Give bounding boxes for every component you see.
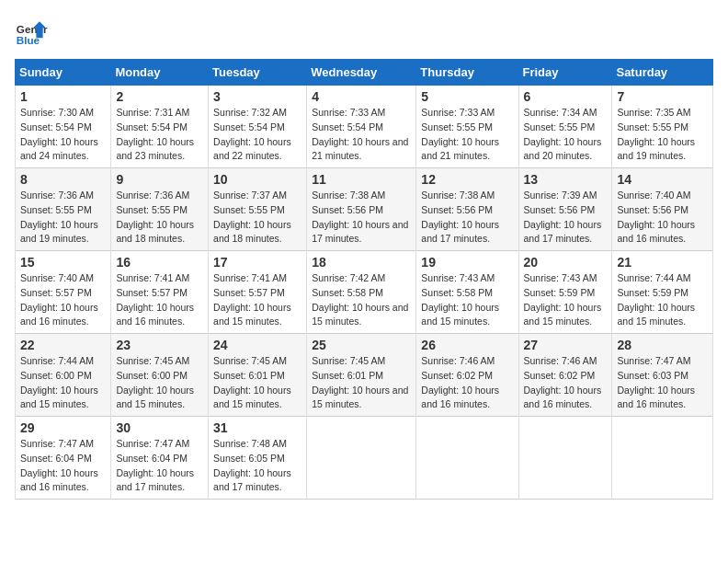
day-detail: Sunrise: 7:45 AMSunset: 6:01 PMDaylight:…: [213, 355, 291, 409]
day-detail: Sunrise: 7:33 AMSunset: 5:54 PMDaylight:…: [312, 107, 408, 161]
calendar-cell: 27 Sunrise: 7:46 AMSunset: 6:02 PMDaylig…: [518, 334, 612, 417]
day-detail: Sunrise: 7:36 AMSunset: 5:55 PMDaylight:…: [20, 190, 98, 244]
calendar-week-row: 15 Sunrise: 7:40 AMSunset: 5:57 PMDaylig…: [16, 251, 713, 334]
calendar-cell: 12 Sunrise: 7:38 AMSunset: 5:56 PMDaylig…: [416, 168, 518, 251]
day-detail: Sunrise: 7:46 AMSunset: 6:02 PMDaylight:…: [421, 355, 499, 409]
calendar-cell: 7 Sunrise: 7:35 AMSunset: 5:55 PMDayligh…: [612, 86, 713, 168]
day-number: 26: [421, 338, 513, 352]
calendar-cell: 21 Sunrise: 7:44 AMSunset: 5:59 PMDaylig…: [612, 251, 713, 334]
column-header-friday: Friday: [518, 60, 612, 86]
calendar-cell: 5 Sunrise: 7:33 AMSunset: 5:55 PMDayligh…: [416, 86, 518, 168]
day-number: 2: [116, 89, 203, 104]
day-number: 23: [116, 338, 203, 352]
day-detail: Sunrise: 7:33 AMSunset: 5:55 PMDaylight:…: [421, 107, 499, 161]
calendar-cell: 17 Sunrise: 7:41 AMSunset: 5:57 PMDaylig…: [209, 251, 307, 334]
calendar-week-row: 1 Sunrise: 7:30 AMSunset: 5:54 PMDayligh…: [16, 86, 713, 168]
day-detail: Sunrise: 7:46 AMSunset: 6:02 PMDaylight:…: [524, 355, 602, 409]
day-detail: Sunrise: 7:47 AMSunset: 6:04 PMDaylight:…: [20, 438, 98, 492]
day-number: 25: [312, 338, 411, 352]
day-number: 31: [213, 420, 301, 435]
day-detail: Sunrise: 7:36 AMSunset: 5:55 PMDaylight:…: [116, 190, 194, 244]
calendar-cell: 22 Sunrise: 7:44 AMSunset: 6:00 PMDaylig…: [16, 334, 111, 417]
day-number: 1: [20, 89, 106, 104]
day-number: 30: [116, 420, 203, 435]
day-number: 29: [20, 420, 106, 435]
day-detail: Sunrise: 7:44 AMSunset: 5:59 PMDaylight:…: [617, 272, 695, 327]
calendar-cell: 20 Sunrise: 7:43 AMSunset: 5:59 PMDaylig…: [518, 251, 612, 334]
day-number: 3: [213, 89, 301, 104]
calendar-week-row: 8 Sunrise: 7:36 AMSunset: 5:55 PMDayligh…: [16, 168, 713, 251]
calendar-cell: 18 Sunrise: 7:42 AMSunset: 5:58 PMDaylig…: [307, 251, 416, 334]
day-number: 9: [116, 172, 203, 187]
calendar-cell: 29 Sunrise: 7:47 AMSunset: 6:04 PMDaylig…: [16, 417, 111, 500]
day-number: 11: [312, 172, 411, 187]
calendar-cell: [518, 417, 612, 500]
column-header-monday: Monday: [111, 60, 209, 86]
day-detail: Sunrise: 7:40 AMSunset: 5:56 PMDaylight:…: [617, 190, 695, 244]
day-number: 4: [312, 89, 411, 104]
calendar-cell: 2 Sunrise: 7:31 AMSunset: 5:54 PMDayligh…: [111, 86, 209, 168]
day-detail: Sunrise: 7:45 AMSunset: 6:00 PMDaylight:…: [116, 355, 194, 409]
calendar-cell: 23 Sunrise: 7:45 AMSunset: 6:00 PMDaylig…: [111, 334, 209, 417]
day-detail: Sunrise: 7:47 AMSunset: 6:04 PMDaylight:…: [116, 438, 194, 492]
day-number: 20: [524, 255, 608, 270]
day-number: 12: [421, 172, 513, 187]
day-number: 21: [617, 255, 708, 270]
calendar-week-row: 29 Sunrise: 7:47 AMSunset: 6:04 PMDaylig…: [16, 417, 713, 500]
day-number: 6: [524, 89, 608, 104]
day-detail: Sunrise: 7:31 AMSunset: 5:54 PMDaylight:…: [116, 107, 194, 161]
day-number: 10: [213, 172, 301, 187]
day-number: 8: [20, 172, 106, 187]
day-detail: Sunrise: 7:38 AMSunset: 5:56 PMDaylight:…: [312, 190, 408, 244]
day-detail: Sunrise: 7:30 AMSunset: 5:54 PMDaylight:…: [20, 107, 98, 161]
day-number: 15: [20, 255, 106, 270]
calendar-cell: 19 Sunrise: 7:43 AMSunset: 5:58 PMDaylig…: [416, 251, 518, 334]
day-detail: Sunrise: 7:34 AMSunset: 5:55 PMDaylight:…: [524, 107, 602, 161]
calendar-cell: [307, 417, 416, 500]
logo: General Blue: [15, 15, 48, 48]
day-number: 22: [20, 338, 106, 352]
calendar-cell: 11 Sunrise: 7:38 AMSunset: 5:56 PMDaylig…: [307, 168, 416, 251]
column-header-thursday: Thursday: [416, 60, 518, 86]
calendar-cell: 31 Sunrise: 7:48 AMSunset: 6:05 PMDaylig…: [209, 417, 307, 500]
day-detail: Sunrise: 7:47 AMSunset: 6:03 PMDaylight:…: [617, 355, 695, 409]
calendar-cell: 4 Sunrise: 7:33 AMSunset: 5:54 PMDayligh…: [307, 86, 416, 168]
calendar-week-row: 22 Sunrise: 7:44 AMSunset: 6:00 PMDaylig…: [16, 334, 713, 417]
day-number: 28: [617, 338, 708, 352]
day-number: 5: [421, 89, 513, 104]
day-detail: Sunrise: 7:43 AMSunset: 5:58 PMDaylight:…: [421, 272, 499, 327]
day-detail: Sunrise: 7:35 AMSunset: 5:55 PMDaylight:…: [617, 107, 695, 161]
day-detail: Sunrise: 7:42 AMSunset: 5:58 PMDaylight:…: [312, 272, 408, 327]
day-detail: Sunrise: 7:44 AMSunset: 6:00 PMDaylight:…: [20, 355, 98, 409]
day-detail: Sunrise: 7:39 AMSunset: 5:56 PMDaylight:…: [524, 190, 602, 244]
calendar-cell: 1 Sunrise: 7:30 AMSunset: 5:54 PMDayligh…: [16, 86, 111, 168]
column-header-wednesday: Wednesday: [307, 60, 416, 86]
day-number: 27: [524, 338, 608, 352]
day-detail: Sunrise: 7:45 AMSunset: 6:01 PMDaylight:…: [312, 355, 408, 409]
logo-icon: General Blue: [15, 15, 48, 48]
calendar-cell: 9 Sunrise: 7:36 AMSunset: 5:55 PMDayligh…: [111, 168, 209, 251]
day-number: 18: [312, 255, 411, 270]
calendar-header-row: SundayMondayTuesdayWednesdayThursdayFrid…: [16, 60, 713, 86]
day-detail: Sunrise: 7:43 AMSunset: 5:59 PMDaylight:…: [524, 272, 602, 327]
column-header-sunday: Sunday: [16, 60, 111, 86]
calendar-cell: 8 Sunrise: 7:36 AMSunset: 5:55 PMDayligh…: [16, 168, 111, 251]
column-header-saturday: Saturday: [612, 60, 713, 86]
day-detail: Sunrise: 7:48 AMSunset: 6:05 PMDaylight:…: [213, 438, 291, 492]
day-number: 14: [617, 172, 708, 187]
calendar-cell: 16 Sunrise: 7:41 AMSunset: 5:57 PMDaylig…: [111, 251, 209, 334]
header: General Blue: [15, 15, 713, 48]
day-number: 13: [524, 172, 608, 187]
calendar-cell: 24 Sunrise: 7:45 AMSunset: 6:01 PMDaylig…: [209, 334, 307, 417]
day-detail: Sunrise: 7:41 AMSunset: 5:57 PMDaylight:…: [213, 272, 291, 327]
day-number: 16: [116, 255, 203, 270]
day-number: 24: [213, 338, 301, 352]
calendar-cell: 6 Sunrise: 7:34 AMSunset: 5:55 PMDayligh…: [518, 86, 612, 168]
day-number: 19: [421, 255, 513, 270]
day-detail: Sunrise: 7:40 AMSunset: 5:57 PMDaylight:…: [20, 272, 98, 327]
calendar-cell: 13 Sunrise: 7:39 AMSunset: 5:56 PMDaylig…: [518, 168, 612, 251]
calendar-cell: 28 Sunrise: 7:47 AMSunset: 6:03 PMDaylig…: [612, 334, 713, 417]
calendar-cell: 14 Sunrise: 7:40 AMSunset: 5:56 PMDaylig…: [612, 168, 713, 251]
column-header-tuesday: Tuesday: [209, 60, 307, 86]
day-number: 7: [617, 89, 708, 104]
